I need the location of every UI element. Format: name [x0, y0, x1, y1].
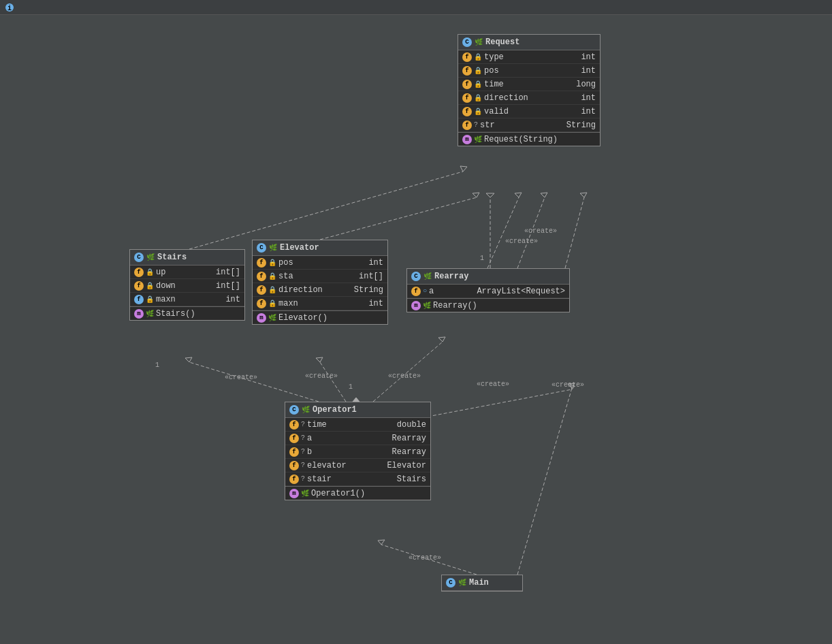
table-row: f ○ a ArrayList<Request>	[407, 285, 569, 298]
field-type: String	[566, 120, 596, 130]
svg-marker-26	[486, 193, 494, 197]
svg-line-27	[517, 197, 545, 268]
elevator-title: Elevator	[280, 243, 319, 253]
leaf-icon: 🌿	[301, 489, 309, 498]
svg-text:1: 1	[480, 255, 484, 262]
svg-line-21	[189, 172, 463, 249]
svg-marker-7	[316, 357, 323, 362]
field-name: maxn	[278, 299, 366, 308]
svg-marker-36	[568, 383, 575, 388]
table-row: m 🌿 Rearray()	[407, 298, 569, 312]
lock-icon: 🔒	[146, 268, 154, 276]
field-badge: f	[257, 299, 266, 308]
elevator-body: f 🔒 pos int f 🔒 sta int[] f 🔒 direction …	[253, 256, 387, 324]
field-type: Rearray	[392, 434, 426, 443]
field-type: int	[581, 107, 596, 116]
field-name: a	[307, 434, 390, 443]
class-badge-c: C	[134, 253, 144, 262]
question-icon: ?	[301, 475, 305, 483]
app-icon: i	[4, 2, 15, 13]
method-name: Rearray()	[433, 301, 565, 310]
field-badge: f	[134, 281, 144, 291]
field-type: ArrayList<Request>	[477, 287, 565, 296]
svg-text:«create»: «create»	[305, 372, 338, 380]
table-row: f ? elevator Elevator	[285, 459, 430, 472]
table-row: f 🔒 up int[]	[130, 265, 244, 279]
field-badge: f	[462, 93, 472, 103]
field-badge: f	[462, 80, 472, 89]
field-name: direction	[278, 285, 352, 295]
stairs-header: C 🌿 Stairs	[130, 250, 244, 265]
table-row: m 🌿 Operator1()	[285, 486, 430, 500]
method-name: Elevator()	[278, 313, 383, 323]
field-name: str	[480, 120, 564, 130]
lock-icon: 🔒	[474, 108, 482, 116]
field-badge: f	[289, 434, 299, 443]
svg-marker-3	[185, 357, 192, 362]
svg-marker-30	[580, 193, 587, 197]
leaf-icon: 🌿	[269, 244, 277, 252]
operator1-body: f ? time double f ? a Rearray f ? b Rear…	[285, 418, 430, 500]
class-badge-c: C	[289, 405, 299, 415]
leaf-icon: 🌿	[423, 302, 431, 310]
request-title: Request	[485, 37, 519, 47]
svg-marker-28	[541, 193, 547, 197]
table-row: m 🌿 Request(String)	[458, 132, 600, 146]
svg-marker-24	[473, 193, 479, 197]
svg-line-17	[487, 197, 519, 268]
table-row: f 🔒 pos int	[458, 64, 600, 78]
svg-line-29	[565, 197, 584, 268]
operator1-header: C 🌿 Operator1	[285, 402, 430, 418]
lock-icon: 🔒	[474, 53, 482, 61]
class-badge-c: C	[257, 243, 266, 253]
field-name: up	[156, 268, 214, 277]
stairs-title: Stairs	[157, 253, 187, 262]
lock-icon: 🔒	[146, 282, 154, 290]
table-row: f ? str String	[458, 118, 600, 132]
lock-icon: 🔒	[268, 259, 276, 267]
rearray-class: C 🌿 Rearray f ○ a ArrayList<Request> m 🌿…	[406, 268, 570, 312]
class-badge-c: C	[411, 272, 421, 281]
svg-line-35	[517, 388, 572, 575]
svg-marker-15	[571, 385, 575, 389]
svg-text:i: i	[7, 5, 12, 12]
lock-icon: 🔒	[268, 286, 276, 294]
table-row: m 🌿 Elevator()	[253, 310, 387, 324]
field-type: long	[576, 80, 596, 89]
field-type: int[]	[216, 268, 240, 277]
svg-line-2	[189, 362, 319, 402]
field-name: sta	[278, 272, 357, 281]
field-type: Elevator	[387, 461, 426, 470]
leaf-icon: 🌿	[146, 253, 155, 261]
table-row: f ? b Rearray	[285, 445, 430, 459]
elevator-header: C 🌿 Elevator	[253, 240, 387, 256]
operator1-title: Operator1	[313, 405, 357, 415]
leaf-icon: 🌿	[475, 38, 483, 46]
main-title: Main	[469, 578, 489, 587]
question-icon: ?	[301, 434, 305, 442]
rearray-header: C 🌿 Rearray	[407, 269, 569, 285]
table-row: f ? a Rearray	[285, 432, 430, 445]
leaf-icon: 🌿	[302, 406, 310, 414]
svg-line-14	[428, 389, 572, 417]
field-name: time	[307, 420, 395, 430]
svg-text:1: 1	[349, 383, 353, 391]
table-row: f 🔒 down int[]	[130, 279, 244, 293]
field-badge: f	[462, 120, 472, 130]
field-type: double	[397, 420, 426, 430]
field-type: int	[368, 299, 383, 308]
method-badge: m	[134, 309, 144, 319]
field-type: int	[581, 52, 596, 62]
elevator-class: C 🌿 Elevator f 🔒 pos int f 🔒 sta int[] f…	[252, 240, 388, 325]
svg-marker-11	[438, 337, 445, 342]
field-name: pos	[278, 258, 366, 268]
field-badge: f	[462, 52, 472, 62]
method-name: Request(String)	[484, 135, 596, 144]
rearray-body: f ○ a ArrayList<Request> m 🌿 Rearray()	[407, 285, 569, 312]
table-row: f ? time double	[285, 418, 430, 432]
field-badge: f	[462, 107, 472, 116]
svg-text:«create»: «create»	[409, 554, 441, 562]
field-type: int[]	[216, 281, 240, 291]
lock-icon: 🔒	[474, 67, 482, 75]
field-type: Rearray	[392, 447, 426, 457]
